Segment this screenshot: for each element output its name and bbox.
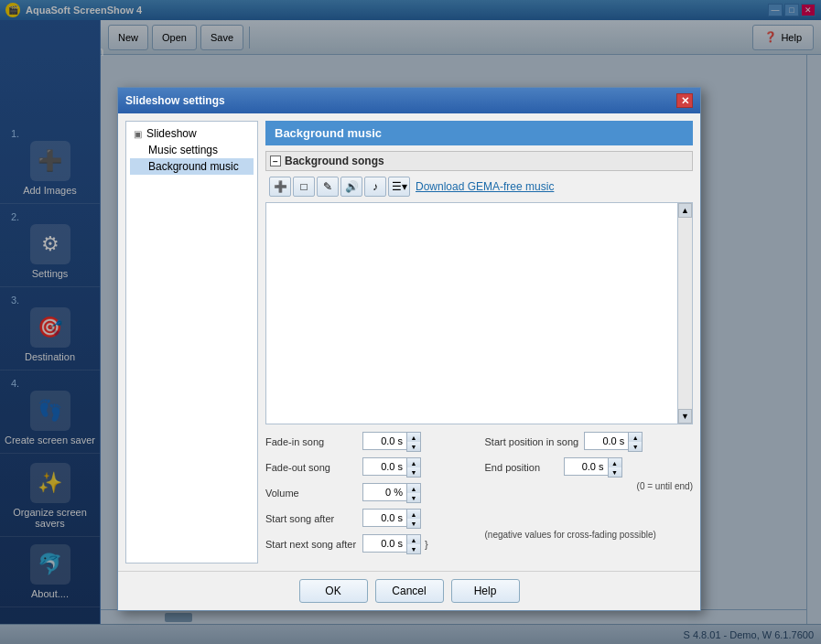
song-list-scrollbar[interactable]: ▲ ▼ xyxy=(677,203,692,424)
start-pos-down-button[interactable]: ▼ xyxy=(629,442,642,451)
fields-grid: Fade-in song ▲ ▼ xyxy=(265,428,693,564)
tree-item-music-settings[interactable]: Music settings xyxy=(130,142,254,158)
start-next-song-row: Start next song after ▲ ▼ } xyxy=(265,534,474,554)
add-song-button[interactable]: ➕ xyxy=(269,177,291,197)
start-position-label: Start position in song xyxy=(485,436,579,447)
tree-panel: ▣ Slideshow Music settings Background mu… xyxy=(125,121,258,564)
start-next-song-up-button[interactable]: ▲ xyxy=(407,535,420,544)
modal-title-bar: Slideshow settings ✕ xyxy=(118,88,700,113)
fade-out-label: Fade-out song xyxy=(265,462,357,473)
modal-footer: OK Cancel Help xyxy=(118,571,700,610)
fade-in-down-button[interactable]: ▼ xyxy=(407,442,420,451)
fade-in-row: Fade-in song ▲ ▼ xyxy=(265,432,474,452)
start-song-spin-buttons: ▲ ▼ xyxy=(406,509,421,529)
expand-icon: ▣ xyxy=(134,129,143,139)
start-next-song-down-button[interactable]: ▼ xyxy=(407,544,420,553)
start-song-up-button[interactable]: ▲ xyxy=(407,510,420,519)
start-song-input: ▲ ▼ xyxy=(362,509,421,529)
volume-input: ▲ ▼ xyxy=(362,483,421,503)
file-button[interactable]: □ xyxy=(293,177,315,197)
collapse-icon: − xyxy=(270,156,281,166)
volume-row: Volume ▲ ▼ xyxy=(265,483,474,503)
crossfade-note: (negative values for cross-fading possib… xyxy=(485,528,694,542)
modal-help-button[interactable]: Help xyxy=(451,579,520,603)
song-list: ▲ ▼ xyxy=(265,202,693,424)
fade-out-row: Fade-out song ▲ ▼ xyxy=(265,457,474,478)
end-pos-down-button[interactable]: ▼ xyxy=(609,467,621,477)
slideshow-settings-dialog: Slideshow settings ✕ ▣ Slideshow Music s… xyxy=(117,87,701,611)
tree-item-background-music[interactable]: Background music xyxy=(130,158,254,175)
content-panel: Background music − Background songs ➕ □ … xyxy=(265,121,693,564)
scroll-up-arrow[interactable]: ▲ xyxy=(678,203,692,218)
cancel-button[interactable]: Cancel xyxy=(375,579,444,603)
modal-body: ▣ Slideshow Music settings Background mu… xyxy=(118,113,700,571)
start-next-song-spin-buttons: ▲ ▼ xyxy=(406,534,421,554)
speaker-button[interactable]: 🔊 xyxy=(340,177,362,197)
fade-out-down-button[interactable]: ▼ xyxy=(407,467,420,477)
modal-overlay: Slideshow settings ✕ ▣ Slideshow Music s… xyxy=(0,0,821,644)
start-pos-up-button[interactable]: ▲ xyxy=(629,433,642,442)
end-position-spin-buttons: ▲ ▼ xyxy=(608,457,622,478)
start-next-song-spinner[interactable]: ▲ ▼ xyxy=(362,534,421,554)
edit-button[interactable]: ✎ xyxy=(317,177,339,197)
fade-in-input: ▲ ▼ xyxy=(362,432,421,452)
section-header[interactable]: − Background songs xyxy=(265,151,693,171)
end-position-label: End position xyxy=(485,462,558,473)
start-next-song-value[interactable] xyxy=(362,534,406,553)
info-button[interactable]: ♪ xyxy=(364,177,386,197)
fade-in-spinner[interactable]: ▲ ▼ xyxy=(362,432,421,452)
fade-out-up-button[interactable]: ▲ xyxy=(407,458,420,467)
modal-close-button[interactable]: ✕ xyxy=(676,93,693,108)
start-next-song-input: ▲ ▼ } xyxy=(362,534,428,554)
download-link[interactable]: Download GEMA-free music xyxy=(416,180,554,193)
tree-background-music-label: Background music xyxy=(148,160,239,173)
tree-item-slideshow[interactable]: ▣ Slideshow xyxy=(130,125,254,142)
start-song-row: Start song after ▲ ▼ xyxy=(265,509,474,529)
start-song-label: Start song after xyxy=(265,513,357,524)
section-header-text: Background songs xyxy=(285,155,384,167)
end-pos-up-button[interactable]: ▲ xyxy=(609,458,621,467)
end-position-row: End position ▲ ▼ xyxy=(485,457,694,478)
start-position-row: Start position in song ▲ ▼ xyxy=(485,432,694,452)
start-position-input: ▲ ▼ xyxy=(584,432,643,452)
scroll-down-arrow[interactable]: ▼ xyxy=(678,409,692,424)
volume-value[interactable] xyxy=(362,483,406,501)
volume-spin-buttons: ▲ ▼ xyxy=(406,483,421,503)
end-position-input: ▲ ▼ xyxy=(564,457,622,478)
fields-left-col: Fade-in song ▲ ▼ xyxy=(265,432,474,560)
end-position-value[interactable] xyxy=(564,457,608,476)
fade-out-spinner[interactable]: ▲ ▼ xyxy=(362,457,421,478)
ok-button[interactable]: OK xyxy=(299,579,368,603)
end-position-spinner[interactable]: ▲ ▼ xyxy=(564,457,622,478)
start-position-spin-buttons: ▲ ▼ xyxy=(628,432,643,452)
volume-spinner[interactable]: ▲ ▼ xyxy=(362,483,421,503)
tree-slideshow-label: Slideshow xyxy=(146,127,197,140)
fade-out-value[interactable] xyxy=(362,457,406,476)
panel-header-text: Background music xyxy=(275,126,382,140)
start-song-value[interactable] xyxy=(362,509,406,527)
fade-in-spin-buttons: ▲ ▼ xyxy=(406,432,421,452)
fade-out-spin-buttons: ▲ ▼ xyxy=(406,457,421,478)
start-song-down-button[interactable]: ▼ xyxy=(407,519,420,528)
fade-out-input: ▲ ▼ xyxy=(362,457,421,478)
fade-in-value[interactable] xyxy=(362,432,406,450)
start-song-spinner[interactable]: ▲ ▼ xyxy=(362,509,421,529)
crossfade-brace: } xyxy=(421,539,428,550)
music-toolbar: ➕ □ ✎ 🔊 ♪ ☰▾ Download GEMA-free music xyxy=(265,175,693,199)
volume-up-button[interactable]: ▲ xyxy=(407,484,420,493)
fade-in-up-button[interactable]: ▲ xyxy=(407,433,420,442)
list-dropdown-button[interactable]: ☰▾ xyxy=(388,177,410,197)
fields-right-col: Start position in song ▲ ▼ xyxy=(485,432,694,560)
start-next-song-label: Start next song after xyxy=(265,539,357,550)
volume-down-button[interactable]: ▼ xyxy=(407,493,420,502)
modal-title: Slideshow settings xyxy=(125,94,676,107)
zero-note: (0 = until end) xyxy=(485,479,694,491)
tree-music-settings-label: Music settings xyxy=(148,144,218,156)
fade-in-label: Fade-in song xyxy=(265,436,357,447)
start-position-value[interactable] xyxy=(584,432,628,450)
start-position-spinner[interactable]: ▲ ▼ xyxy=(584,432,643,452)
panel-header: Background music xyxy=(265,121,693,145)
volume-label: Volume xyxy=(265,488,357,499)
